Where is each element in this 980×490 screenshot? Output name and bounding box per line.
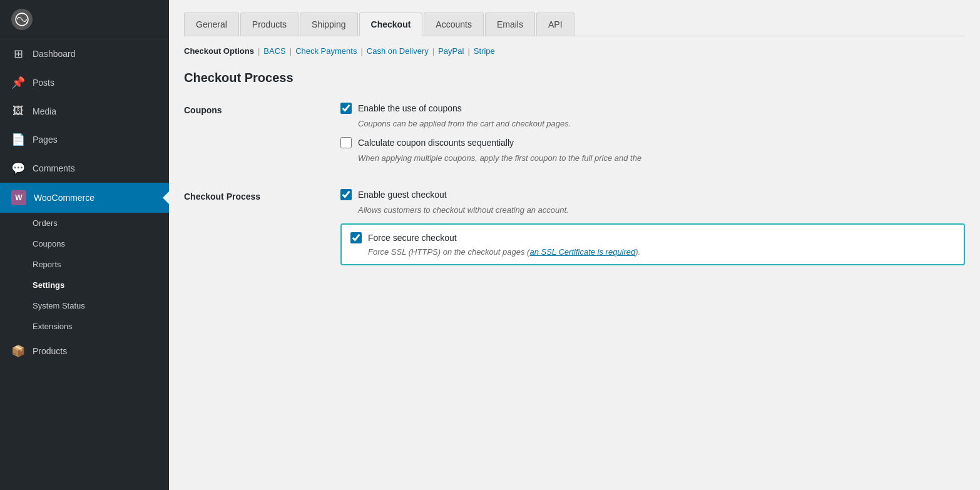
- coupons-label: Coupons: [184, 103, 322, 115]
- sidebar-sub-system-status[interactable]: System Status: [0, 295, 169, 316]
- main-content: General Products Shipping Checkout Accou…: [169, 0, 980, 490]
- comments-icon: 💬: [11, 161, 25, 175]
- posts-icon: 📌: [11, 76, 25, 89]
- checkout-subnav: Checkout Options | BACS | Check Payments…: [184, 46, 965, 56]
- woocommerce-submenu: Orders Coupons Reports Settings System S…: [0, 213, 169, 337]
- sidebar-item-products[interactable]: 📦 Products: [0, 337, 169, 365]
- sequential-coupons-help: When applying multiple coupons, apply th…: [358, 153, 965, 163]
- wordpress-logo-icon: [11, 9, 33, 30]
- sidebar-item-woocommerce[interactable]: W WooCommerce: [0, 183, 169, 213]
- coupons-row: Coupons Enable the use of coupons Coupon…: [184, 103, 965, 171]
- enable-coupons-row: Enable the use of coupons: [340, 103, 965, 114]
- dashboard-icon: ⊞: [11, 47, 25, 61]
- tab-emails[interactable]: Emails: [485, 13, 535, 36]
- sidebar-item-label: WooCommerce: [34, 193, 94, 203]
- subnav-sep-5: |: [467, 46, 469, 56]
- subnav-sep-3: |: [360, 46, 362, 56]
- sidebar-sub-reports[interactable]: Reports: [0, 254, 169, 275]
- force-secure-checkout-box: Force secure checkout Force SSL (HTTPS) …: [340, 223, 965, 265]
- tab-shipping[interactable]: Shipping: [300, 13, 358, 36]
- tab-accounts[interactable]: Accounts: [424, 13, 484, 36]
- force-secure-row: Force secure checkout: [350, 232, 955, 243]
- sequential-coupons-label: Calculate coupon discounts sequentially: [358, 138, 514, 148]
- sidebar-sub-settings[interactable]: Settings: [0, 275, 169, 295]
- subnav-bacs[interactable]: BACS: [263, 46, 285, 56]
- subnav-cash-on-delivery[interactable]: Cash on Delivery: [367, 46, 429, 56]
- checkout-process-label: Checkout Process: [184, 189, 322, 202]
- guest-checkout-checkbox[interactable]: [340, 189, 352, 200]
- sidebar-logo: [0, 0, 169, 39]
- sidebar-item-label: Posts: [33, 78, 54, 88]
- checkout-process-controls: Enable guest checkout Allows customers t…: [340, 189, 965, 265]
- sidebar-item-label: Pages: [33, 135, 58, 145]
- subnav-check-payments[interactable]: Check Payments: [295, 46, 357, 56]
- force-secure-help: Force SSL (HTTPS) on the checkout pages …: [368, 247, 955, 257]
- subnav-stripe[interactable]: Stripe: [474, 46, 495, 56]
- sidebar-item-label: Media: [33, 106, 56, 116]
- sidebar-item-label: Dashboard: [33, 49, 76, 59]
- sidebar-item-pages[interactable]: 📄 Pages: [0, 125, 169, 154]
- sequential-coupons-checkbox[interactable]: [340, 137, 352, 148]
- tab-products[interactable]: Products: [240, 13, 299, 36]
- enable-coupons-label: Enable the use of coupons: [358, 103, 462, 113]
- settings-tabs: General Products Shipping Checkout Accou…: [184, 13, 965, 36]
- sidebar-item-label: Products: [33, 346, 67, 356]
- media-icon: 🖼: [11, 105, 25, 118]
- subnav-sep-2: |: [290, 46, 292, 56]
- sidebar-sub-orders[interactable]: Orders: [0, 213, 169, 233]
- guest-checkout-label: Enable guest checkout: [358, 190, 447, 200]
- sidebar: ⊞ Dashboard 📌 Posts 🖼 Media 📄 Pages 💬 Co…: [0, 0, 169, 490]
- guest-checkout-row: Enable guest checkout: [340, 189, 965, 200]
- coupons-controls: Enable the use of coupons Coupons can be…: [340, 103, 965, 171]
- woocommerce-icon: W: [11, 190, 26, 205]
- tab-checkout[interactable]: Checkout: [359, 13, 423, 36]
- products-icon: 📦: [11, 344, 25, 358]
- enable-coupons-help: Coupons can be applied from the cart and…: [358, 119, 965, 128]
- force-secure-label: Force secure checkout: [368, 233, 457, 243]
- sidebar-item-media[interactable]: 🖼 Media: [0, 97, 169, 125]
- checkout-process-row: Checkout Process Enable guest checkout A…: [184, 189, 965, 265]
- subnav-sep-4: |: [432, 46, 434, 56]
- force-secure-help-prefix: Force SSL (HTTPS) on the checkout pages …: [368, 247, 529, 257]
- subnav-sep-1: |: [258, 46, 260, 56]
- sidebar-item-dashboard[interactable]: ⊞ Dashboard: [0, 39, 169, 68]
- sidebar-sub-coupons[interactable]: Coupons: [0, 233, 169, 254]
- sequential-coupons-row: Calculate coupon discounts sequentially: [340, 137, 965, 148]
- force-secure-checkbox[interactable]: [350, 232, 362, 243]
- tab-api[interactable]: API: [536, 13, 574, 36]
- page-title: Checkout Process: [184, 71, 965, 85]
- subnav-paypal[interactable]: PayPal: [438, 46, 464, 56]
- guest-checkout-help: Allows customers to checkout without cre…: [358, 205, 965, 215]
- force-secure-help-suffix: ).: [635, 247, 640, 257]
- ssl-certificate-link[interactable]: an SSL Certificate is required: [529, 247, 635, 257]
- tab-general[interactable]: General: [184, 13, 239, 36]
- sidebar-item-posts[interactable]: 📌 Posts: [0, 68, 169, 97]
- subnav-checkout-options[interactable]: Checkout Options: [184, 46, 254, 56]
- sidebar-item-comments[interactable]: 💬 Comments: [0, 154, 169, 183]
- sidebar-sub-extensions[interactable]: Extensions: [0, 316, 169, 337]
- sidebar-item-label: Comments: [33, 163, 75, 173]
- enable-coupons-checkbox[interactable]: [340, 103, 352, 114]
- pages-icon: 📄: [11, 133, 25, 146]
